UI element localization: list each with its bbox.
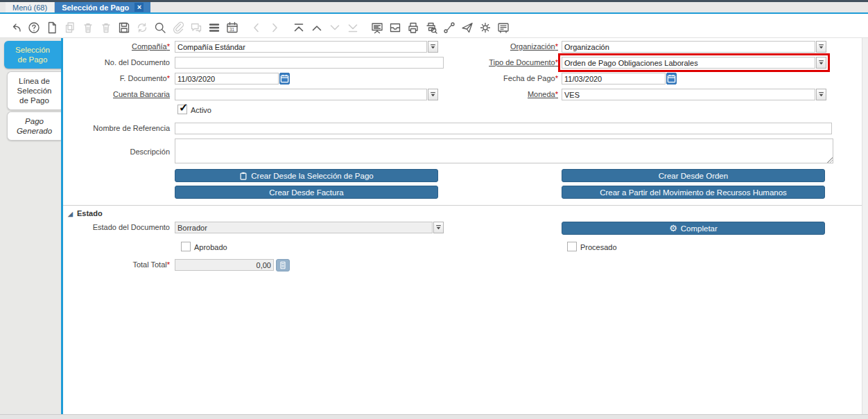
delete-record-icon bbox=[80, 20, 95, 35]
crear-desde-seleccion-button[interactable]: Crear Desde la Selección de Pago bbox=[175, 169, 438, 182]
organizacion-label: Organización* bbox=[361, 42, 558, 51]
gear-icon: ⚙ bbox=[669, 224, 677, 233]
tab-sidebar: Selección de Pago Línea de Selección de … bbox=[0, 38, 61, 414]
grid-toggle-icon[interactable] bbox=[207, 20, 221, 35]
report-icon[interactable] bbox=[370, 20, 384, 35]
aprobado-label: Aprobado bbox=[194, 243, 227, 251]
customize-icon[interactable] bbox=[478, 20, 492, 35]
calendar-icon[interactable]: 31 bbox=[225, 20, 239, 35]
new-record-icon[interactable] bbox=[44, 20, 59, 35]
moneda-input[interactable] bbox=[562, 89, 815, 100]
save-icon[interactable] bbox=[116, 20, 131, 35]
find-icon[interactable] bbox=[153, 20, 167, 35]
print-icon[interactable] bbox=[406, 20, 420, 35]
archive-icon[interactable] bbox=[388, 20, 402, 35]
sidebar-tab-seleccion-de-pago[interactable]: Selección de Pago bbox=[4, 41, 61, 69]
last-record-icon bbox=[345, 20, 360, 35]
f-documento-datefield bbox=[175, 73, 246, 84]
estado-documento-label: Estado del Documento bbox=[63, 223, 170, 231]
nombre-referencia-input[interactable] bbox=[175, 123, 832, 134]
tab-seleccion-de-pago[interactable]: Selección de Pago × bbox=[55, 2, 150, 12]
refresh-icon bbox=[134, 20, 149, 35]
fecha-pago-input[interactable] bbox=[562, 73, 666, 84]
f-documento-input[interactable] bbox=[175, 73, 279, 84]
status-bar bbox=[0, 414, 868, 419]
procesado-checkbox[interactable] bbox=[567, 242, 577, 251]
estado-separator bbox=[63, 205, 862, 206]
moneda-dropdown-icon[interactable] bbox=[816, 89, 826, 100]
estado-group-header[interactable]: ◢Estado bbox=[68, 209, 103, 217]
sidebar-tab-pago-generado[interactable]: Pago Generado bbox=[7, 112, 61, 141]
total-total-label: Total Total* bbox=[63, 260, 170, 269]
procesado-label: Procesado bbox=[580, 243, 617, 251]
print-preview-icon[interactable] bbox=[424, 20, 438, 35]
scrollbar-track[interactable] bbox=[862, 38, 868, 414]
organizacion-input[interactable] bbox=[562, 41, 815, 53]
moneda-combobox bbox=[562, 89, 826, 100]
moneda-label: Moneda* bbox=[361, 90, 558, 98]
tab-menu[interactable]: Menú (68) bbox=[6, 2, 55, 12]
svg-text:31: 31 bbox=[229, 26, 235, 31]
parent-record-icon[interactable] bbox=[309, 20, 324, 35]
fecha-pago-datefield bbox=[562, 73, 633, 84]
f-documento-label: F. Documento* bbox=[63, 74, 170, 82]
tipo-documento-input[interactable] bbox=[562, 57, 815, 69]
copy-record-icon bbox=[62, 20, 77, 35]
help-icon[interactable] bbox=[26, 20, 41, 35]
tipo-documento-combobox bbox=[562, 57, 826, 69]
activo-label: Activo bbox=[191, 106, 211, 114]
crear-movimiento-rrhh-button[interactable]: Crear a Partir del Movimiento de Recurso… bbox=[562, 186, 825, 199]
total-total-input bbox=[175, 259, 274, 271]
delete-selection-icon bbox=[98, 20, 113, 35]
cuenta-bancaria-label: Cuenta Bancaria bbox=[63, 90, 170, 98]
estado-documento-combobox bbox=[175, 222, 444, 233]
main-area: Selección de Pago Línea de Selección de … bbox=[0, 38, 868, 414]
organizacion-combobox bbox=[562, 41, 826, 53]
calculator-button[interactable] bbox=[276, 259, 290, 271]
close-tab-icon[interactable]: × bbox=[134, 3, 144, 12]
activo-checkbox[interactable] bbox=[177, 105, 187, 114]
f-documento-calendar-icon[interactable] bbox=[279, 73, 290, 84]
descripcion-textarea[interactable] bbox=[175, 139, 833, 163]
no-documento-label: No. del Documento bbox=[63, 58, 170, 66]
first-record-icon[interactable] bbox=[291, 20, 306, 35]
toolbar: 31 bbox=[0, 17, 868, 38]
nombre-referencia-label: Nombre de Referencia bbox=[63, 124, 170, 132]
previous-record-icon bbox=[249, 20, 263, 35]
compania-label: Compañía* bbox=[63, 42, 170, 51]
estado-documento-input bbox=[175, 222, 433, 233]
clipboard-icon bbox=[239, 172, 248, 180]
resize-grip-icon[interactable] bbox=[826, 157, 833, 163]
log-panel-icon[interactable] bbox=[496, 20, 510, 35]
descripcion-label: Descripción bbox=[63, 148, 170, 156]
tab-menu-label: Menú (68) bbox=[12, 3, 47, 12]
chat-icon bbox=[189, 20, 203, 35]
sidebar-tab-linea-de-seleccion[interactable]: Línea de Selección de Pago bbox=[7, 71, 61, 110]
tipo-documento-label: Tipo de Documento* bbox=[361, 58, 558, 66]
form-content: Compañía* Organización* No. del Document… bbox=[63, 38, 862, 414]
estado-documento-dropdown-icon[interactable] bbox=[433, 222, 444, 233]
completar-button[interactable]: ⚙ Completar bbox=[562, 222, 825, 235]
organizacion-dropdown-icon[interactable] bbox=[816, 41, 826, 53]
workflow-icon[interactable] bbox=[442, 20, 456, 35]
send-mail-icon[interactable] bbox=[460, 20, 474, 35]
fecha-pago-calendar-icon[interactable] bbox=[666, 73, 677, 84]
calculator-icon bbox=[279, 261, 287, 269]
tipo-documento-dropdown-icon[interactable] bbox=[816, 57, 826, 69]
aprobado-checkbox[interactable] bbox=[181, 242, 191, 251]
collapse-triangle-icon[interactable]: ◢ bbox=[68, 211, 73, 217]
payment-selection-window: Menú (68) Selección de Pago × 31 Selecci… bbox=[0, 0, 868, 419]
crear-desde-orden-button[interactable]: Crear Desde Orden bbox=[562, 169, 825, 182]
detail-record-icon bbox=[327, 20, 342, 35]
crear-desde-factura-button[interactable]: Crear Desde Factura bbox=[175, 186, 438, 199]
fecha-pago-label: Fecha de Pago* bbox=[361, 74, 558, 82]
tab-active-label: Selección de Pago bbox=[62, 3, 129, 12]
next-record-icon bbox=[267, 20, 281, 35]
undo-icon[interactable] bbox=[8, 20, 23, 35]
window-tab-bar: Menú (68) Selección de Pago × bbox=[0, 0, 868, 14]
attachment-icon bbox=[171, 20, 185, 35]
